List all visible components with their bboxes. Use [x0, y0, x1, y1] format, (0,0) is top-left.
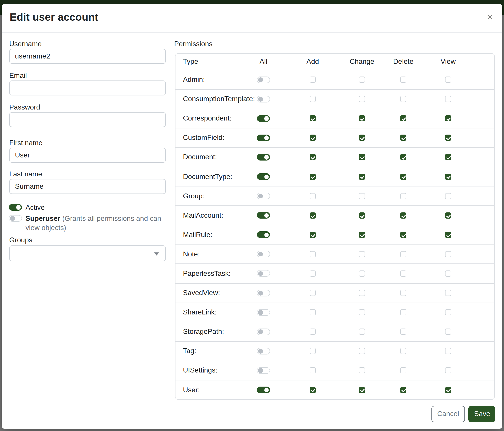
delete-checkbox[interactable] [400, 77, 406, 83]
all-toggle[interactable] [257, 232, 270, 238]
change-checkbox[interactable] [359, 173, 365, 180]
change-checkbox[interactable] [359, 329, 365, 335]
change-checkbox[interactable] [359, 251, 365, 257]
view-checkbox[interactable] [445, 290, 451, 296]
permission-type-label: ShareLink: [175, 308, 239, 316]
view-checkbox[interactable] [445, 135, 451, 141]
view-checkbox[interactable] [445, 251, 451, 257]
first-name-label: First name [9, 138, 166, 148]
delete-checkbox[interactable] [400, 173, 406, 180]
change-checkbox[interactable] [359, 387, 365, 393]
add-checkbox[interactable] [310, 77, 316, 83]
first-name-input[interactable] [9, 148, 166, 162]
change-checkbox[interactable] [359, 154, 365, 160]
change-checkbox[interactable] [359, 115, 365, 121]
view-checkbox[interactable] [445, 96, 451, 102]
change-checkbox[interactable] [359, 232, 365, 238]
add-checkbox[interactable] [310, 251, 316, 257]
all-toggle[interactable] [257, 76, 270, 83]
add-checkbox[interactable] [310, 387, 316, 393]
delete-checkbox[interactable] [400, 135, 406, 141]
change-checkbox[interactable] [359, 77, 365, 83]
add-checkbox[interactable] [310, 96, 316, 102]
change-checkbox[interactable] [359, 212, 365, 218]
delete-checkbox[interactable] [400, 368, 406, 374]
all-toggle[interactable] [257, 212, 270, 219]
view-checkbox[interactable] [445, 270, 451, 277]
add-checkbox[interactable] [310, 290, 316, 296]
email-input[interactable] [9, 80, 166, 95]
view-checkbox[interactable] [445, 154, 451, 160]
delete-checkbox[interactable] [400, 348, 406, 354]
view-checkbox[interactable] [445, 193, 451, 199]
delete-checkbox[interactable] [400, 232, 406, 238]
permission-row: Tag: [175, 341, 494, 361]
all-toggle[interactable] [257, 154, 270, 161]
last-name-input[interactable] [9, 179, 166, 194]
view-checkbox[interactable] [445, 348, 451, 354]
add-checkbox[interactable] [310, 135, 316, 141]
view-checkbox[interactable] [445, 329, 451, 335]
all-toggle[interactable] [257, 309, 270, 315]
edit-user-modal: Edit user account ✕ Username Email Passw… [2, 4, 502, 429]
all-toggle[interactable] [257, 367, 270, 374]
add-checkbox[interactable] [310, 193, 316, 199]
username-input[interactable] [9, 49, 166, 64]
close-icon[interactable]: ✕ [485, 12, 495, 22]
change-checkbox[interactable] [359, 348, 365, 354]
all-toggle[interactable] [257, 386, 270, 393]
delete-checkbox[interactable] [400, 212, 406, 218]
add-checkbox[interactable] [310, 309, 316, 315]
delete-checkbox[interactable] [400, 154, 406, 160]
all-toggle[interactable] [257, 115, 270, 122]
superuser-toggle[interactable] [9, 215, 22, 221]
add-checkbox[interactable] [310, 115, 316, 121]
view-checkbox[interactable] [445, 309, 451, 315]
add-checkbox[interactable] [310, 329, 316, 335]
delete-checkbox[interactable] [400, 309, 406, 315]
active-toggle[interactable] [9, 204, 22, 211]
save-button[interactable]: Save [468, 406, 495, 422]
all-toggle[interactable] [257, 290, 270, 296]
delete-checkbox[interactable] [400, 115, 406, 121]
delete-checkbox[interactable] [400, 290, 406, 296]
delete-checkbox[interactable] [400, 193, 406, 199]
view-checkbox[interactable] [445, 387, 451, 393]
add-checkbox[interactable] [310, 368, 316, 374]
change-checkbox[interactable] [359, 135, 365, 141]
change-checkbox[interactable] [359, 290, 365, 296]
all-toggle[interactable] [257, 348, 270, 354]
all-toggle[interactable] [257, 96, 270, 102]
add-checkbox[interactable] [310, 270, 316, 277]
change-checkbox[interactable] [359, 96, 365, 102]
all-toggle[interactable] [257, 173, 270, 180]
all-toggle[interactable] [257, 329, 270, 335]
all-toggle[interactable] [257, 251, 270, 258]
delete-checkbox[interactable] [400, 387, 406, 393]
add-checkbox[interactable] [310, 173, 316, 180]
add-checkbox[interactable] [310, 232, 316, 238]
change-checkbox[interactable] [359, 270, 365, 277]
add-checkbox[interactable] [310, 154, 316, 160]
view-checkbox[interactable] [445, 173, 451, 180]
password-input[interactable] [9, 112, 166, 127]
view-checkbox[interactable] [445, 212, 451, 218]
all-toggle[interactable] [257, 270, 270, 277]
add-checkbox[interactable] [310, 348, 316, 354]
view-checkbox[interactable] [445, 368, 451, 374]
view-checkbox[interactable] [445, 232, 451, 238]
all-toggle[interactable] [257, 193, 270, 199]
delete-checkbox[interactable] [400, 329, 406, 335]
change-checkbox[interactable] [359, 309, 365, 315]
delete-checkbox[interactable] [400, 96, 406, 102]
cancel-button[interactable]: Cancel [432, 406, 465, 422]
change-checkbox[interactable] [359, 193, 365, 199]
groups-select[interactable] [9, 245, 166, 261]
all-toggle[interactable] [257, 135, 270, 141]
delete-checkbox[interactable] [400, 270, 406, 277]
delete-checkbox[interactable] [400, 251, 406, 257]
change-checkbox[interactable] [359, 368, 365, 374]
view-checkbox[interactable] [445, 115, 451, 121]
view-checkbox[interactable] [445, 77, 451, 83]
add-checkbox[interactable] [310, 212, 316, 218]
